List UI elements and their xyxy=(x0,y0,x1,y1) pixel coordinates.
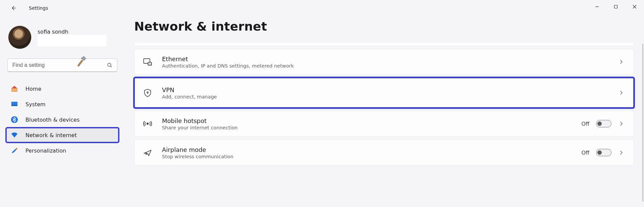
airplane-toggle[interactable] xyxy=(596,149,611,156)
bluetooth-icon xyxy=(11,116,18,123)
hotspot-icon xyxy=(142,119,153,128)
chevron-right-icon xyxy=(618,121,624,127)
window-controls xyxy=(588,0,644,13)
card-label: Mobile hotspot xyxy=(162,117,573,124)
toggle-label: Off xyxy=(581,150,589,156)
card-ethernet[interactable]: Ethernet Authentication, IP and DNS sett… xyxy=(134,49,634,75)
sidebar-item-personalization[interactable]: Personalization xyxy=(6,143,119,158)
ethernet-icon xyxy=(142,57,153,67)
main: Network & internet Ethernet Authenticati… xyxy=(134,19,634,166)
sidebar-item-label: Bluetooth & devices xyxy=(25,117,79,123)
chevron-right-icon xyxy=(618,59,624,65)
chevron-right-icon xyxy=(618,150,624,156)
sidebar-item-label: Home xyxy=(25,86,41,92)
sidebar-nav: Home System Bluetooth & devices xyxy=(6,81,119,158)
sidebar-item-label: Network & internet xyxy=(25,132,77,138)
sidebar-item-home[interactable]: Home xyxy=(6,81,119,96)
chevron-right-icon xyxy=(618,90,624,96)
card-label: VPN xyxy=(162,86,609,93)
titlebar: Settings xyxy=(0,0,644,16)
card-label: Airplane mode xyxy=(162,146,573,153)
maximize-button[interactable] xyxy=(606,0,625,13)
account-email-mask xyxy=(38,35,106,46)
account-name: sofia sondh xyxy=(38,29,106,35)
sidebar-item-label: System xyxy=(25,101,46,108)
hotspot-toggle[interactable] xyxy=(596,120,611,127)
card-airplane[interactable]: Airplane mode Stop wireless communicatio… xyxy=(134,139,634,166)
close-button[interactable] xyxy=(625,0,644,13)
card-sub: Stop wireless communication xyxy=(162,154,573,159)
card-sub: Authentication, IP and DNS settings, met… xyxy=(162,63,609,69)
card-hotspot[interactable]: Mobile hotspot Share your internet conne… xyxy=(134,111,634,137)
svg-rect-3 xyxy=(11,105,17,106)
toggle-label: Off xyxy=(581,121,589,127)
svg-point-7 xyxy=(147,92,148,93)
home-icon xyxy=(11,85,18,92)
sidebar: sofia sondh Home xyxy=(0,20,125,158)
card-sub: Share your internet connection xyxy=(162,125,573,130)
system-icon xyxy=(11,100,18,108)
card-vpn[interactable]: VPN Add, connect, manage xyxy=(134,78,634,108)
app-title: Settings xyxy=(29,5,48,11)
search-wrap xyxy=(7,58,117,72)
card-sub: Add, connect, manage xyxy=(162,94,609,99)
svg-point-8 xyxy=(147,123,148,124)
shield-lock-icon xyxy=(142,88,153,97)
scrollbar[interactable] xyxy=(642,44,643,202)
search-icon xyxy=(107,62,113,68)
sidebar-item-bluetooth[interactable]: Bluetooth & devices xyxy=(6,112,119,127)
svg-rect-0 xyxy=(614,5,618,8)
back-button[interactable] xyxy=(7,1,20,15)
account-block[interactable]: sofia sondh xyxy=(6,24,119,57)
sidebar-item-system[interactable]: System xyxy=(6,97,119,112)
sidebar-item-network[interactable]: Network & internet xyxy=(6,128,119,142)
paintbrush-icon xyxy=(11,147,18,154)
minimize-button[interactable] xyxy=(588,0,606,13)
settings-cards: Ethernet Authentication, IP and DNS sett… xyxy=(134,43,634,166)
airplane-icon xyxy=(142,148,153,157)
svg-point-1 xyxy=(108,63,111,67)
wifi-icon xyxy=(11,131,18,139)
search-input[interactable] xyxy=(7,58,117,72)
card-sliver xyxy=(134,43,634,46)
page-title: Network & internet xyxy=(134,19,634,33)
sidebar-item-label: Personalization xyxy=(25,148,66,154)
card-label: Ethernet xyxy=(162,55,609,63)
avatar xyxy=(8,26,32,49)
